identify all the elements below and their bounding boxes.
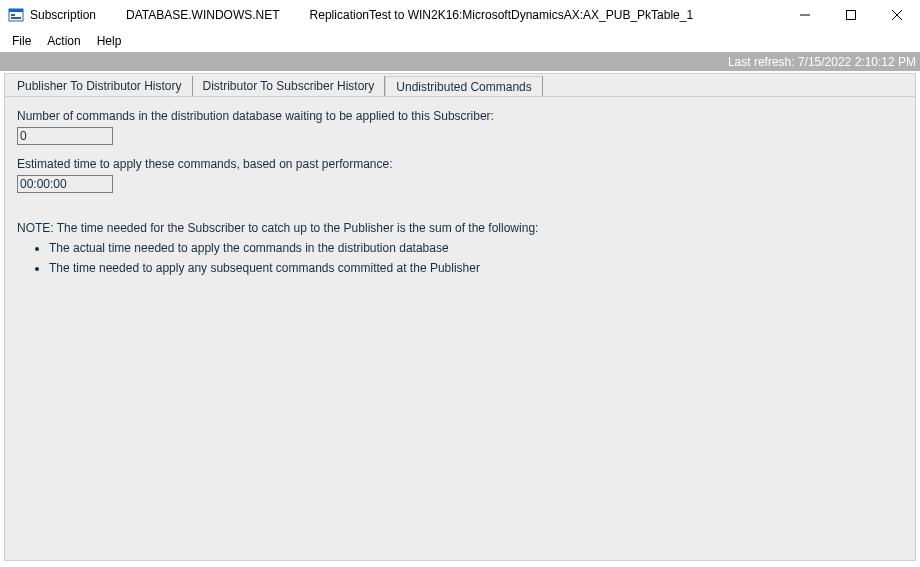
commands-waiting-field: 0 — [17, 127, 113, 145]
window-controls — [782, 0, 920, 30]
tab-publisher-distributor[interactable]: Publisher To Distributor History — [7, 76, 193, 96]
title-app-label: Subscription — [30, 8, 96, 22]
last-refresh-label: Last refresh: 7/15/2022 2:10:12 PM — [728, 55, 916, 69]
app-icon — [8, 7, 24, 23]
close-button[interactable] — [874, 0, 920, 30]
note-bullet-list: The actual time needed to apply the comm… — [17, 241, 903, 275]
svg-rect-2 — [11, 14, 15, 16]
estimated-time-field: 00:00:00 — [17, 175, 113, 193]
tab-strip: Publisher To Distributor History Distrib… — [5, 74, 915, 96]
tab-distributor-subscriber[interactable]: Distributor To Subscriber History — [193, 76, 386, 96]
status-band: Last refresh: 7/15/2022 2:10:12 PM — [0, 52, 920, 71]
tab-body: Number of commands in the distribution d… — [5, 96, 915, 560]
titlebar: Subscription DATABASE.WINDOWS.NET Replic… — [0, 0, 920, 30]
svg-rect-5 — [847, 11, 856, 20]
menu-file[interactable]: File — [4, 32, 39, 50]
menu-action[interactable]: Action — [39, 32, 88, 50]
menu-help[interactable]: Help — [89, 32, 130, 50]
minimize-button[interactable] — [782, 0, 828, 30]
estimated-time-label: Estimated time to apply these commands, … — [17, 157, 903, 171]
note-bullet-2: The time needed to apply any subsequent … — [49, 261, 903, 275]
title-detail: ReplicationTest to WIN2K16:MicrosoftDyna… — [310, 8, 694, 22]
maximize-button[interactable] — [828, 0, 874, 30]
note-bullet-1: The actual time needed to apply the comm… — [49, 241, 903, 255]
commands-waiting-label: Number of commands in the distribution d… — [17, 109, 903, 123]
svg-rect-3 — [11, 17, 21, 19]
svg-rect-1 — [9, 9, 23, 12]
note-heading: NOTE: The time needed for the Subscriber… — [17, 221, 903, 235]
tab-undistributed-commands[interactable]: Undistributed Commands — [385, 76, 542, 96]
titlebar-text: Subscription DATABASE.WINDOWS.NET Replic… — [30, 8, 693, 22]
title-server: DATABASE.WINDOWS.NET — [126, 8, 280, 22]
menubar: File Action Help — [0, 30, 920, 52]
tab-container: Publisher To Distributor History Distrib… — [4, 73, 916, 561]
